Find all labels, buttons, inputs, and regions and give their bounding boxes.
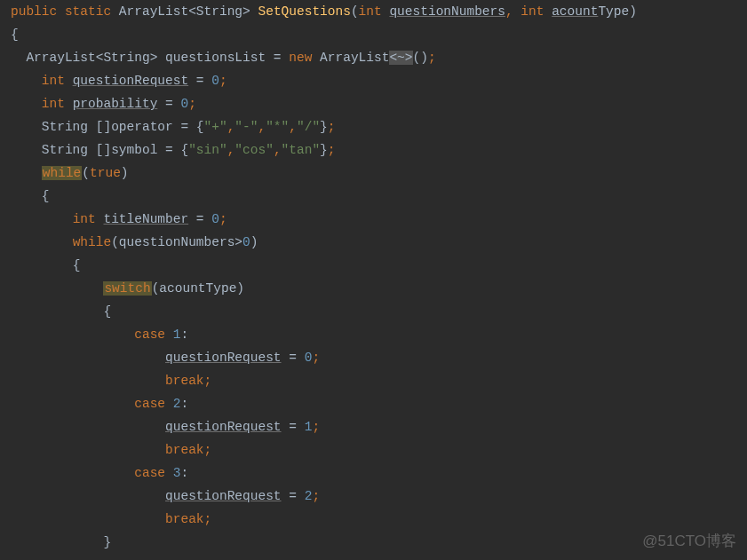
code-line: { — [11, 185, 747, 208]
code-line: break; — [11, 438, 747, 461]
string: "*" — [266, 120, 289, 134]
keyword-int: int — [42, 97, 65, 111]
generic-diamond: <~> — [389, 51, 412, 65]
keyword-int: int — [73, 212, 96, 226]
variable: questionRequest — [73, 74, 189, 88]
switch-expr: (acountType) — [152, 281, 244, 296]
watermark-text: @51CTO博客 — [642, 530, 736, 553]
return-type: ArrayList<String> — [119, 4, 250, 19]
code-line: String []operator = {"+","-","*","/"}; — [11, 115, 747, 138]
keyword-int: int — [521, 4, 544, 19]
code-line: questionRequest = 2; — [11, 485, 747, 508]
equals: = — [282, 489, 305, 503]
code-line: public static ArrayList<String> SetQuest… — [11, 0, 747, 23]
variable: titleNumber — [103, 212, 188, 226]
keyword-case: case — [134, 397, 165, 411]
variable: probability — [73, 97, 158, 111]
number: 0 — [211, 212, 219, 226]
equals: = — [157, 97, 180, 111]
equals: = — [282, 351, 305, 365]
condition: (questionNumbers> — [111, 235, 242, 249]
variable: questionRequest — [165, 420, 282, 434]
declaration: ArrayList<String> questionsList = — [26, 51, 289, 65]
code-line: } — [11, 531, 747, 554]
code-line: while(questionNumbers>0) — [11, 231, 747, 254]
number: 3 — [173, 466, 181, 480]
string: "/" — [297, 120, 320, 134]
param-name: questionNumbers — [389, 4, 505, 19]
code-line: case 2: — [11, 392, 747, 415]
code-line: { — [11, 23, 747, 46]
code-line: int titleNumber = 0; — [11, 208, 747, 231]
keyword-new: new — [289, 51, 312, 65]
keyword-while: while — [42, 166, 83, 180]
string: "sin" — [188, 143, 227, 157]
code-line: switch(acountType) — [11, 277, 747, 300]
code-line: { — [11, 300, 747, 323]
keyword-break: break — [165, 443, 204, 457]
code-line: String []symbol = {"sin","cos","tan"}; — [11, 138, 747, 162]
keyword-public: public — [11, 4, 57, 19]
code-line: int questionRequest = 0; — [11, 69, 747, 92]
keyword-break: break — [165, 374, 204, 388]
brace: { — [103, 304, 111, 319]
method-name: SetQuestions — [258, 4, 350, 19]
keyword-while: while — [73, 235, 112, 249]
code-line: break; — [11, 508, 747, 531]
code-line: questionRequest = 1; — [11, 415, 747, 438]
keyword-int: int — [359, 4, 382, 19]
string: "cos" — [234, 143, 274, 157]
code-line: { — [11, 254, 747, 277]
declaration: String []symbol = { — [42, 143, 188, 157]
declaration: String []operator = { — [42, 120, 204, 134]
brace: } — [103, 535, 111, 549]
brace: } — [320, 120, 328, 134]
number: 1 — [173, 327, 181, 342]
brace: { — [73, 258, 81, 272]
type: ArrayList — [312, 51, 389, 65]
paren: ) — [250, 235, 258, 249]
equals: = — [188, 74, 211, 88]
code-line: ArrayList<String> questionsList = new Ar… — [11, 46, 747, 69]
keyword-case: case — [134, 466, 165, 480]
keyword-switch: switch — [103, 281, 151, 296]
keyword-true: true — [90, 166, 121, 180]
code-line: case 1: — [11, 323, 747, 346]
number: 0 — [180, 97, 188, 111]
keyword-case: case — [134, 327, 165, 342]
brace: { — [42, 189, 50, 203]
code-line: int probability = 0; — [11, 92, 747, 115]
code-line: while(true) — [11, 162, 747, 185]
brace: } — [320, 143, 328, 157]
code-line: break; — [11, 369, 747, 392]
keyword-static: static — [65, 4, 111, 19]
code-editor[interactable]: public static ArrayList<String> SetQuest… — [11, 0, 747, 554]
code-line: case 3: — [11, 461, 747, 485]
equals: = — [188, 212, 211, 226]
keyword-int: int — [42, 74, 65, 88]
number: 0 — [242, 235, 250, 249]
variable: questionRequest — [165, 489, 282, 503]
parens: () — [413, 51, 428, 65]
code-line: questionRequest = 0; — [11, 346, 747, 369]
number: 0 — [211, 74, 219, 88]
keyword-break: break — [165, 512, 204, 526]
equals: = — [282, 420, 305, 434]
string: "tan" — [282, 143, 321, 157]
string: "-" — [234, 120, 258, 134]
string: "+" — [204, 120, 227, 134]
brace: { — [11, 28, 19, 42]
param-name: acount — [552, 4, 598, 19]
variable: questionRequest — [165, 351, 282, 365]
number: 2 — [173, 397, 181, 411]
param-tail: Type) — [598, 4, 637, 19]
